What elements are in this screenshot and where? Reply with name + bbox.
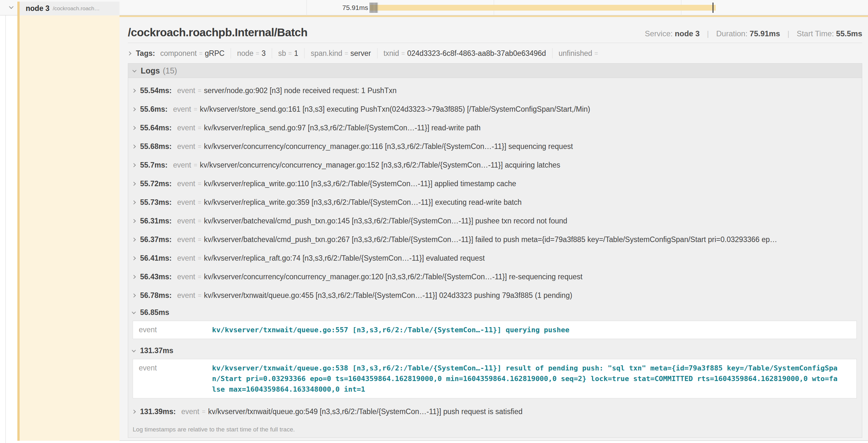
log-equals: = bbox=[198, 180, 202, 187]
log-expand-chevron-icon[interactable] bbox=[132, 256, 136, 260]
log-row[interactable]: 55.72ms: event = kv/kvserver/replica_wri… bbox=[128, 174, 862, 193]
log-row[interactable]: 55.73ms: event = kv/kvserver/replica_wri… bbox=[128, 193, 862, 211]
log-timestamp: 56.37ms: bbox=[140, 235, 172, 244]
log-timestamp: 55.72ms: bbox=[140, 179, 172, 188]
log-field-value: kv/kvserver/txnwait/queue.go:538 [n3,s3,… bbox=[212, 363, 838, 395]
log-message: kv/kvserver/store_send.go:161 [n3,s3] ex… bbox=[200, 105, 590, 114]
span-operation-name: /cockroach.roach… bbox=[53, 5, 100, 12]
log-row[interactable]: 55.64ms: event = kv/kvserver/replica_sen… bbox=[128, 118, 862, 137]
log-row-expanded-header[interactable]: 56.85ms bbox=[128, 305, 862, 320]
log-collapse-chevron-icon[interactable] bbox=[132, 310, 136, 314]
tags-row[interactable]: Tags: component = gRPC node = 3 sb = 1 s… bbox=[128, 47, 862, 59]
log-field-key: event bbox=[177, 291, 195, 300]
log-field-key: event bbox=[177, 273, 195, 281]
service-value: node 3 bbox=[675, 29, 700, 38]
log-equals: = bbox=[198, 87, 202, 94]
log-timestamp: 55.54ms: bbox=[140, 87, 172, 95]
log-field-value: kv/kvserver/txnwait/queue.go:557 [n3,s3,… bbox=[212, 325, 569, 335]
log-expand-chevron-icon[interactable] bbox=[132, 275, 136, 279]
log-collapse-chevron-icon[interactable] bbox=[132, 348, 136, 352]
log-field-key: event bbox=[177, 235, 195, 244]
log-row[interactable]: 55.7ms: event = kv/kvserver/concurrency/… bbox=[128, 156, 862, 174]
log-field-key: event bbox=[173, 105, 191, 114]
tag-node: node = 3 bbox=[231, 48, 272, 59]
tag-value: server bbox=[350, 49, 371, 58]
log-row[interactable]: 56.31ms: event = kv/kvserver/batcheval/c… bbox=[128, 211, 862, 230]
logs-collapse-chevron-icon[interactable] bbox=[132, 68, 136, 72]
collapse-span-chevron-icon[interactable] bbox=[9, 4, 13, 9]
log-message: kv/kvserver/txnwait/queue.go:549 [n3,s3,… bbox=[208, 407, 523, 416]
log-timestamp: 56.85ms bbox=[140, 308, 169, 317]
log-row[interactable]: 55.6ms: event = kv/kvserver/store_send.g… bbox=[128, 100, 862, 118]
log-expand-chevron-icon[interactable] bbox=[132, 238, 136, 242]
log-field-key: event bbox=[177, 198, 195, 207]
tag-value: 024d3323-6c8f-4863-aa8b-37ab0e63496d bbox=[407, 49, 546, 58]
log-expand-chevron-icon[interactable] bbox=[132, 182, 136, 186]
log-expand-chevron-icon[interactable] bbox=[132, 163, 136, 167]
logs-section-header[interactable]: Logs (15) bbox=[128, 63, 862, 78]
start-time-value: 55.5ms bbox=[836, 29, 862, 38]
log-expand-chevron-icon[interactable] bbox=[132, 89, 136, 93]
log-timestamp: 131.37ms bbox=[140, 346, 174, 355]
logs-footnote: Log timestamps are relative to the start… bbox=[128, 421, 862, 438]
log-message: kv/kvserver/batcheval/cmd_push_txn.go:26… bbox=[204, 235, 777, 244]
log-row[interactable]: 56.37ms: event = kv/kvserver/batcheval/c… bbox=[128, 230, 862, 249]
log-row[interactable]: 56.43ms: event = kv/kvserver/concurrency… bbox=[128, 267, 862, 286]
tag-key: sb bbox=[278, 49, 286, 58]
span-meta: Service: node 3 | Duration: 75.91ms | St… bbox=[645, 29, 862, 38]
tag-equals: = bbox=[288, 50, 292, 57]
tag-key: component bbox=[160, 49, 197, 58]
log-message: kv/kvserver/txnwait/queue.go:455 [n3,s3,… bbox=[204, 291, 572, 300]
tags-label: Tags: bbox=[136, 49, 155, 58]
log-field-key: event bbox=[177, 179, 195, 188]
log-equals: = bbox=[198, 143, 202, 150]
log-equals: = bbox=[194, 106, 197, 113]
tag-equals: = bbox=[345, 50, 348, 57]
log-row[interactable]: 131.39ms: event = kv/kvserver/txnwait/qu… bbox=[128, 402, 862, 421]
tags-expand-chevron-icon[interactable] bbox=[127, 52, 131, 56]
log-message: kv/kvserver/replica_write.go:110 [n3,s3,… bbox=[204, 179, 516, 188]
header-divider bbox=[128, 43, 862, 43]
log-row[interactable]: 55.68ms: event = kv/kvserver/concurrency… bbox=[128, 137, 862, 156]
span-title: /cockroach.roachpb.Internal/Batch bbox=[128, 26, 307, 39]
tag-key: span.kind bbox=[311, 49, 342, 58]
log-timestamp: 56.78ms: bbox=[140, 291, 172, 300]
log-row[interactable]: 56.78ms: event = kv/kvserver/txnwait/que… bbox=[128, 286, 862, 305]
log-field-key: event bbox=[177, 254, 195, 263]
tag-txnid: txnid = 024d3323-6c8f-4863-aa8b-37ab0e63… bbox=[377, 48, 553, 59]
tag-unfinished: unfinished = bbox=[553, 48, 607, 59]
log-timestamp: 56.43ms: bbox=[140, 273, 172, 281]
logs-title: Logs bbox=[141, 66, 160, 75]
log-message: kv/kvserver/concurrency/concurrency_mana… bbox=[200, 161, 560, 170]
tag-value: gRPC bbox=[205, 49, 224, 58]
log-expand-chevron-icon[interactable] bbox=[132, 410, 136, 414]
start-time-label: Start Time: bbox=[797, 29, 834, 38]
log-timestamp: 131.39ms: bbox=[140, 407, 176, 416]
span-service-name: node 3 bbox=[26, 4, 50, 13]
log-field-key: event bbox=[139, 363, 212, 395]
log-equals: = bbox=[198, 292, 202, 299]
tag-equals: = bbox=[256, 50, 259, 57]
log-expand-chevron-icon[interactable] bbox=[132, 200, 136, 204]
selected-span-accent-stripe bbox=[17, 2, 20, 441]
span-name-cell[interactable]: node 3 /cockroach.roach… bbox=[20, 2, 120, 15]
log-expand-chevron-icon[interactable] bbox=[132, 144, 136, 149]
log-equals: = bbox=[198, 273, 202, 280]
log-expand-chevron-icon[interactable] bbox=[132, 107, 136, 111]
log-row[interactable]: 56.41ms: event = kv/kvserver/replica_raf… bbox=[128, 249, 862, 267]
log-row-expanded-header[interactable]: 131.37ms bbox=[128, 343, 862, 358]
span-gantt-bar[interactable] bbox=[370, 5, 716, 10]
tag-equals: = bbox=[199, 50, 203, 57]
duration-value: 75.91ms bbox=[750, 29, 780, 38]
meta-separator: | bbox=[707, 29, 709, 38]
log-field-key: event bbox=[181, 407, 199, 416]
log-expand-chevron-icon[interactable] bbox=[132, 126, 136, 130]
log-row[interactable]: 55.54ms: event = server/node.go:902 [n3]… bbox=[128, 81, 862, 100]
log-equals: = bbox=[198, 124, 202, 131]
logs-section: Logs (15) 55.54ms: event = server/node.g… bbox=[128, 63, 862, 438]
log-field-key: event bbox=[177, 142, 195, 151]
log-tick-cluster bbox=[370, 3, 378, 13]
log-expand-chevron-icon[interactable] bbox=[132, 219, 136, 223]
log-expand-chevron-icon[interactable] bbox=[132, 294, 136, 298]
log-equals: = bbox=[202, 408, 206, 415]
